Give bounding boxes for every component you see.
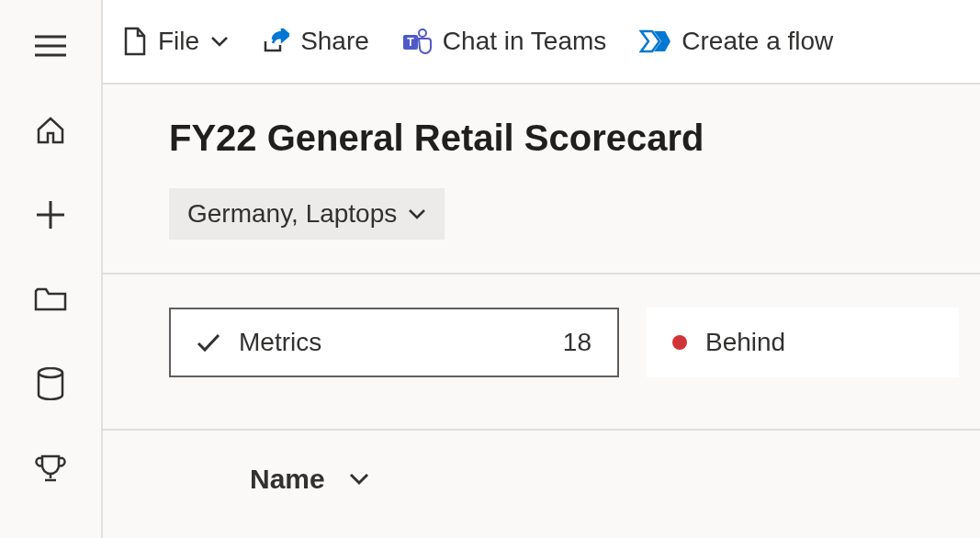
column-name-header[interactable]: Name: [250, 464, 325, 495]
file-icon: [123, 27, 147, 56]
chevron-down-icon: [408, 208, 426, 219]
svg-text:T: T: [407, 36, 414, 49]
chevron-down-icon: [210, 36, 229, 47]
behind-card[interactable]: Behind: [647, 308, 959, 377]
metrics-count: 18: [563, 328, 591, 357]
hamburger-menu-icon[interactable]: [32, 28, 69, 64]
chat-label: Chat in Teams: [443, 27, 606, 56]
check-icon: [197, 332, 220, 353]
filter-label: Germany, Laptops: [187, 199, 397, 229]
metrics-label: Metrics: [239, 328, 321, 357]
toolbar: File Share T: [103, 0, 980, 84]
page-title: FY22 General Retail Scorecard: [169, 118, 980, 159]
main-area: File Share T: [101, 0, 980, 538]
folder-icon[interactable]: [32, 281, 69, 318]
create-flow-button[interactable]: Create a flow: [639, 27, 833, 56]
share-icon: [262, 28, 289, 54]
status-dot-icon: [672, 335, 687, 350]
chevron-down-icon[interactable]: [349, 473, 369, 486]
plus-icon[interactable]: [32, 196, 69, 233]
svg-point-10: [419, 29, 426, 37]
table-header: Name: [103, 429, 980, 495]
filter-chip[interactable]: Germany, Laptops: [169, 188, 445, 240]
database-icon[interactable]: [32, 365, 69, 402]
header-area: FY22 General Retail Scorecard Germany, L…: [103, 84, 980, 275]
svg-point-5: [39, 368, 62, 377]
trophy-icon[interactable]: [32, 450, 69, 487]
teams-icon: T: [402, 28, 432, 55]
left-rail: [0, 0, 101, 538]
share-label: Share: [300, 27, 369, 56]
flow-icon: [639, 29, 670, 53]
file-menu[interactable]: File: [123, 27, 229, 56]
share-button[interactable]: Share: [262, 27, 369, 56]
home-icon[interactable]: [32, 112, 69, 149]
behind-label: Behind: [705, 328, 785, 357]
file-label: File: [158, 27, 199, 56]
cards-row: Metrics 18 Behind: [103, 275, 980, 377]
metrics-card[interactable]: Metrics 18: [169, 308, 619, 377]
flow-label: Create a flow: [681, 27, 833, 56]
chat-teams-button[interactable]: T Chat in Teams: [402, 27, 606, 56]
